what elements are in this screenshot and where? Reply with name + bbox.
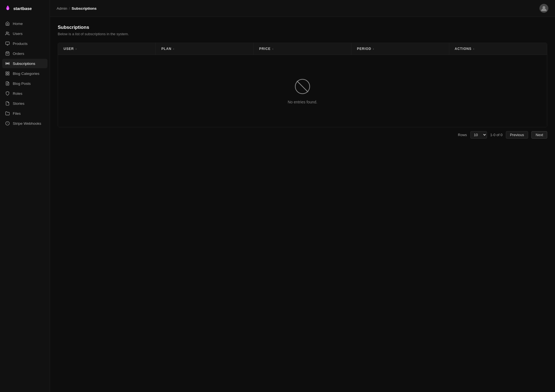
sidebar-item-roles-label: Roles bbox=[13, 91, 22, 96]
stripe-icon bbox=[5, 121, 10, 126]
breadcrumb: Admin / Subscriptions bbox=[57, 6, 97, 11]
sidebar-item-home-label: Home bbox=[13, 22, 23, 26]
column-price-sort-icon: › bbox=[272, 47, 274, 50]
svg-rect-7 bbox=[8, 72, 9, 73]
roles-icon bbox=[5, 91, 10, 96]
products-icon bbox=[5, 41, 10, 46]
svg-point-5 bbox=[7, 63, 8, 64]
sidebar-item-stories[interactable]: Stories bbox=[2, 99, 47, 108]
rows-label: Rows bbox=[458, 133, 467, 137]
table-body: No entries found. bbox=[58, 55, 547, 127]
topbar: Admin / Subscriptions bbox=[50, 0, 555, 17]
table-header: USER › PLAN › PRICE › PERIOD › ACTIONS bbox=[58, 43, 547, 55]
column-user-sort-icon: › bbox=[75, 47, 77, 50]
column-period-sort-icon: › bbox=[373, 47, 374, 50]
sidebar-item-blog-categories[interactable]: Blog Categories bbox=[2, 69, 47, 78]
subscriptions-icon bbox=[5, 61, 10, 66]
breadcrumb-current: Subscriptions bbox=[72, 6, 97, 11]
svg-line-18 bbox=[297, 81, 308, 92]
blog-posts-icon bbox=[5, 81, 10, 86]
column-user-label: USER bbox=[64, 47, 74, 51]
svg-rect-1 bbox=[6, 42, 9, 44]
page-info: 1-0 of 0 bbox=[490, 133, 503, 137]
pagination: Rows 10 25 50 100 1-0 of 0 Previous Next bbox=[58, 127, 547, 139]
next-button[interactable]: Next bbox=[531, 131, 547, 139]
sidebar-item-users[interactable]: Users bbox=[2, 29, 47, 38]
empty-state-text: No entries found. bbox=[288, 100, 317, 104]
blog-categories-icon bbox=[5, 71, 10, 76]
brand-logo[interactable]: startbase bbox=[0, 0, 50, 17]
orders-icon bbox=[5, 51, 10, 56]
column-period[interactable]: PERIOD › bbox=[351, 43, 449, 55]
avatar[interactable] bbox=[539, 4, 548, 13]
main-content: Admin / Subscriptions Subscriptions Belo… bbox=[50, 0, 555, 392]
column-actions-sort-icon: › bbox=[473, 47, 475, 50]
previous-button[interactable]: Previous bbox=[506, 131, 528, 139]
subscriptions-table: USER › PLAN › PRICE › PERIOD › ACTIONS bbox=[58, 43, 547, 127]
breadcrumb-separator: / bbox=[69, 6, 70, 11]
sidebar-item-stripe-webhooks[interactable]: Stripe Webhooks bbox=[2, 119, 47, 128]
users-icon bbox=[5, 31, 10, 36]
sidebar-item-products[interactable]: Products bbox=[2, 39, 47, 48]
sidebar: startbase Home Users Products Orders bbox=[0, 0, 50, 392]
sidebar-item-blog-posts[interactable]: Blog Posts bbox=[2, 79, 47, 88]
sidebar-item-blog-categories-label: Blog Categories bbox=[13, 72, 39, 76]
brand-icon bbox=[4, 5, 11, 12]
column-price-label: PRICE bbox=[259, 47, 271, 51]
sidebar-item-subscriptions-label: Subscriptions bbox=[13, 62, 35, 66]
page-subtitle: Below is a list of subscriptions in the … bbox=[58, 32, 547, 36]
sidebar-nav: Home Users Products Orders Subscriptions bbox=[0, 17, 50, 130]
sidebar-item-orders-label: Orders bbox=[13, 52, 24, 56]
svg-rect-9 bbox=[6, 74, 7, 75]
brand-name: startbase bbox=[13, 6, 32, 11]
page-content: Subscriptions Below is a list of subscri… bbox=[50, 17, 555, 392]
home-icon bbox=[5, 21, 10, 26]
column-actions-label: ACTIONS bbox=[455, 47, 472, 51]
sidebar-item-blog-posts-label: Blog Posts bbox=[13, 82, 31, 86]
empty-state-icon bbox=[294, 78, 311, 95]
sidebar-item-home[interactable]: Home bbox=[2, 19, 47, 28]
column-user[interactable]: USER › bbox=[58, 43, 156, 55]
sidebar-item-roles[interactable]: Roles bbox=[2, 89, 47, 98]
page-title: Subscriptions bbox=[58, 25, 547, 30]
sidebar-item-subscriptions[interactable]: Subscriptions bbox=[2, 59, 47, 68]
sidebar-item-stripe-webhooks-label: Stripe Webhooks bbox=[13, 121, 41, 126]
column-price[interactable]: PRICE › bbox=[254, 43, 351, 55]
breadcrumb-root[interactable]: Admin bbox=[57, 6, 67, 11]
svg-rect-6 bbox=[6, 72, 7, 73]
svg-rect-8 bbox=[8, 74, 9, 75]
column-actions[interactable]: ACTIONS › bbox=[449, 43, 547, 55]
column-period-label: PERIOD bbox=[357, 47, 371, 51]
column-plan-label: PLAN bbox=[161, 47, 171, 51]
sidebar-item-files-label: Files bbox=[13, 111, 21, 116]
stories-icon bbox=[5, 101, 10, 106]
sidebar-item-products-label: Products bbox=[13, 42, 27, 46]
rows-per-page-select[interactable]: 10 25 50 100 bbox=[470, 131, 487, 139]
sidebar-item-orders[interactable]: Orders bbox=[2, 49, 47, 58]
sidebar-item-stories-label: Stories bbox=[13, 101, 24, 106]
column-plan[interactable]: PLAN › bbox=[156, 43, 253, 55]
column-plan-sort-icon: › bbox=[173, 47, 175, 50]
files-icon bbox=[5, 111, 10, 116]
sidebar-item-users-label: Users bbox=[13, 32, 22, 36]
svg-point-0 bbox=[6, 32, 7, 33]
sidebar-item-files[interactable]: Files bbox=[2, 109, 47, 118]
